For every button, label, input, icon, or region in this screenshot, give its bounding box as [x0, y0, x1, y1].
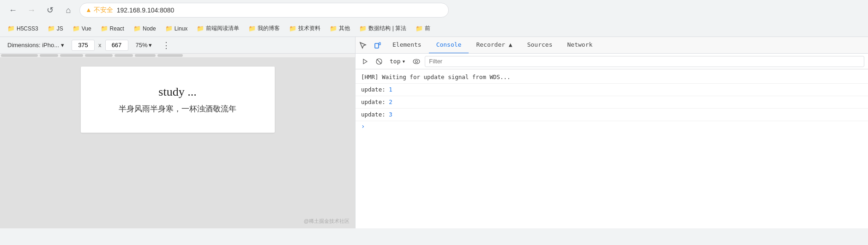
folder-icon: 📁	[48, 25, 55, 32]
tab-console[interactable]: Console	[429, 37, 469, 54]
reload-button[interactable]: ↺	[42, 3, 57, 18]
folder-icon: 📁	[197, 25, 204, 32]
inspect-element-button[interactable]	[356, 37, 370, 54]
bookmark-js[interactable]: 📁 JS	[44, 23, 67, 34]
svg-marker-2	[363, 59, 367, 64]
bookmark-label: 技术资料	[298, 24, 320, 32]
context-selector[interactable]: top ▾	[387, 57, 408, 66]
scrollbar-thumb	[40, 54, 58, 57]
height-input[interactable]	[105, 40, 128, 51]
console-prefix-2: update:	[361, 98, 389, 107]
main-area: Dimensions: iPho... ▾ x 75% ▾ ⋮	[0, 37, 868, 228]
bookmark-blog[interactable]: 📁 我的博客	[245, 23, 283, 34]
folder-icon: 📁	[416, 25, 423, 32]
viewport-toolbar: Dimensions: iPho... ▾ x 75% ▾ ⋮	[0, 37, 355, 54]
bookmark-node[interactable]: 📁 Node	[130, 23, 160, 34]
console-prefix-3: update:	[361, 110, 389, 119]
svg-rect-1	[379, 43, 380, 45]
bookmark-label: 我的博客	[258, 24, 280, 32]
address-bar[interactable]: ▲ 不安全 192.168.9.104:8080	[79, 3, 449, 18]
context-chevron-icon: ▾	[402, 58, 405, 65]
eye-button[interactable]	[410, 57, 423, 66]
tab-sources-label: Sources	[527, 41, 553, 48]
console-value-1: 1	[389, 85, 392, 94]
tab-recorder-label: Recorder ▲	[476, 41, 512, 48]
zoom-selector[interactable]: 75% ▾	[132, 40, 156, 50]
page-content-area: study ... 半身风雨半身寒，一杯浊酒敬流年 @稀土掘金技术社区	[0, 57, 355, 228]
bookmarks-bar: 📁 H5CSS3 📁 JS 📁 Vue 📁 React 📁 Node 📁 Lin…	[0, 20, 868, 37]
dimensions-label: Dimensions: iPho...	[7, 42, 59, 49]
bookmark-other[interactable]: 📁 其他	[326, 23, 354, 34]
folder-icon: 📁	[133, 25, 141, 32]
console-clear-button[interactable]	[373, 57, 385, 66]
tab-elements[interactable]: Elements	[385, 37, 429, 54]
console-value-3: 3	[389, 110, 392, 119]
watermark: @稀土掘金技术社区	[304, 218, 350, 225]
tab-elements-label: Elements	[392, 41, 422, 48]
folder-icon: 📁	[72, 25, 80, 32]
folder-icon: 📁	[330, 25, 337, 32]
bookmark-h5css3[interactable]: 📁 H5CSS3	[4, 23, 42, 34]
page-main-title: study ...	[95, 85, 261, 99]
home-button[interactable]: ⌂	[61, 3, 76, 18]
bookmark-label: H5CSS3	[17, 25, 38, 32]
console-line-update1: update: 1	[356, 84, 868, 96]
console-line-update2: update: 2	[356, 96, 868, 109]
prompt-arrow-icon: ›	[361, 122, 365, 130]
tab-network[interactable]: Network	[560, 37, 600, 54]
bookmark-tech[interactable]: 📁 技术资料	[285, 23, 324, 34]
bookmark-linux[interactable]: 📁 Linux	[162, 23, 192, 34]
device-toggle-button[interactable]	[370, 37, 385, 54]
zoom-label: 75%	[136, 42, 148, 49]
horizontal-scrollbar[interactable]	[0, 54, 355, 57]
console-play-button[interactable]	[359, 57, 371, 66]
tab-network-label: Network	[567, 41, 593, 48]
scrollbar-thumb	[1, 54, 38, 57]
back-button[interactable]: ←	[6, 3, 20, 18]
bookmark-label: 数据结构 | 算法	[368, 24, 406, 32]
page-subtitle: 半身风雨半身寒，一杯浊酒敬流年	[95, 104, 261, 114]
top-label: top	[390, 58, 400, 65]
bookmark-vue[interactable]: 📁 Vue	[69, 23, 95, 34]
svg-point-5	[413, 59, 420, 64]
folder-icon: 📁	[7, 25, 15, 32]
tab-recorder[interactable]: Recorder ▲	[469, 37, 519, 54]
bookmark-algorithms[interactable]: 📁 数据结构 | 算法	[356, 23, 410, 34]
folder-icon: 📁	[248, 25, 256, 32]
bookmark-label: React	[110, 25, 124, 32]
bookmark-label: 前	[425, 24, 430, 32]
devtools-panel: Elements Console Recorder ▲ Sources Netw…	[356, 37, 868, 228]
folder-icon: 📁	[289, 25, 296, 32]
console-toolbar: top ▾	[356, 54, 868, 69]
console-text-hmr: [HMR] Waiting for update signal from WDS…	[361, 73, 511, 82]
scrollbar-thumb	[135, 54, 156, 57]
svg-rect-0	[375, 43, 379, 48]
forward-button[interactable]: →	[24, 3, 39, 18]
more-options-button[interactable]: ⋮	[159, 39, 174, 51]
bookmark-label: Vue	[82, 25, 91, 32]
console-prefix-1: update:	[361, 85, 389, 94]
tab-console-label: Console	[436, 41, 462, 48]
bookmark-label: Linux	[175, 25, 188, 32]
dimension-separator: x	[98, 42, 102, 49]
svg-line-4	[377, 59, 381, 64]
console-value-2: 2	[389, 98, 392, 107]
folder-icon: 📁	[101, 25, 108, 32]
security-warning-icon: ▲ 不安全	[85, 6, 113, 14]
devtools-tabs-bar: Elements Console Recorder ▲ Sources Netw…	[356, 37, 868, 54]
console-line-update3: update: 3	[356, 109, 868, 121]
dimensions-selector[interactable]: Dimensions: iPho... ▾	[4, 40, 68, 50]
svg-point-6	[416, 60, 418, 62]
page-card: study ... 半身风雨半身寒，一杯浊酒敬流年	[81, 67, 275, 133]
console-filter-input[interactable]	[425, 56, 864, 67]
bookmark-react[interactable]: 📁 React	[97, 23, 128, 34]
scrollbar-thumb	[85, 54, 113, 57]
tab-sources[interactable]: Sources	[520, 37, 560, 54]
width-input[interactable]	[72, 40, 95, 51]
page-preview: Dimensions: iPho... ▾ x 75% ▾ ⋮	[0, 37, 356, 228]
bookmark-label: 其他	[339, 24, 350, 32]
bookmark-reading[interactable]: 📁 前端阅读清单	[193, 23, 243, 34]
folder-icon: 📁	[165, 25, 173, 32]
bookmark-more[interactable]: 📁 前	[412, 23, 434, 34]
console-prompt[interactable]: ›	[356, 121, 868, 131]
